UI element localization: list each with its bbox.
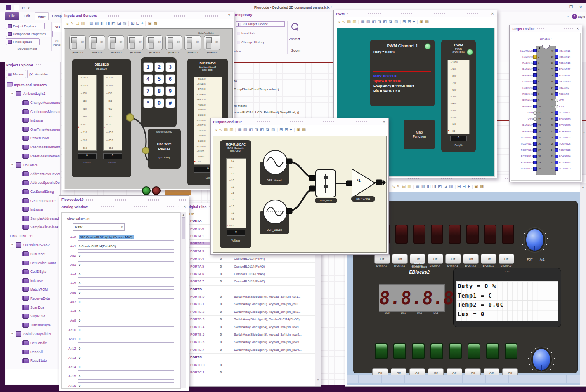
tool-icon[interactable]: ▤: [76, 21, 79, 26]
tree-item[interactable]: − OneWireDS2482: [5, 241, 60, 250]
tool-icon[interactable]: ◩: [438, 185, 442, 189]
porta-toggle-button[interactable]: Off: [445, 254, 461, 264]
keypad-key[interactable]: 5: [154, 74, 164, 84]
keypad-key[interactable]: 3: [165, 62, 175, 72]
keypad-key[interactable]: 1: [143, 62, 153, 72]
chip-pin-row[interactable]: RC3/AN19 18 23 RC4/AN24: [511, 153, 580, 160]
switch-handle[interactable]: [148, 37, 154, 43]
close-icon[interactable]: ×: [575, 26, 580, 31]
keypad-key[interactable]: 8: [154, 86, 164, 96]
project-explorer-button[interactable]: Project Explorer: [6, 23, 45, 29]
tool-icon[interactable]: ▤: [402, 185, 406, 189]
board-vscrollbar[interactable]: ▲: [580, 183, 586, 385]
tool-icon[interactable]: +: [413, 20, 415, 24]
tool-icon[interactable]: +: [290, 128, 292, 132]
tool-icon[interactable]: |: [294, 128, 295, 132]
close-button[interactable]: ×: [579, 5, 582, 9]
flowcode-window-titlebar[interactable]: Flowcodev10: [59, 196, 189, 203]
minimize-button[interactable]: –: [560, 5, 562, 9]
channel-value-field[interactable]: 0: [78, 280, 174, 287]
tool-icon[interactable]: ▩: [154, 21, 157, 26]
chip-pin-row[interactable]: RA1/AN1 3 38 RB5/AN13: [511, 60, 580, 66]
pwm-meter-block[interactable]: PWM PWM1 (PWM CH1) 100.090.080.070.060.0…: [441, 40, 476, 152]
tool-icon[interactable]: ⊟: [407, 20, 411, 24]
tool-icon[interactable]: ▨: [449, 185, 453, 189]
tool-icon[interactable]: ▣: [148, 21, 151, 26]
slide-switch[interactable]: Off: [89, 35, 105, 50]
ds18b20-block[interactable]: DS18B20 DS18B20 125.0105.085.065.045.025…: [72, 59, 131, 177]
slide-switch[interactable]: Off: [204, 35, 220, 50]
tool-icon[interactable]: ◧: [372, 20, 376, 24]
tool-icon[interactable]: ↖: [342, 20, 345, 24]
porta-toggle-button[interactable]: Off: [499, 254, 514, 264]
component-properties-button[interactable]: Component Properties: [6, 31, 53, 37]
chip-pin-row[interactable]: RA4/AN4 6 35 RB2/AN10: [511, 78, 580, 85]
pwm-window-titlebar[interactable]: PWM ×: [334, 10, 497, 17]
tool-icon[interactable]: ◪: [444, 185, 447, 189]
pin-row[interactable]: ◢ PORTB.4 0 SwitchArraySlide1(pin4), key…: [185, 323, 321, 331]
tool-icon[interactable]: ▧: [95, 21, 99, 26]
slide-switch[interactable]: Off: [108, 35, 124, 50]
channel-value-field[interactable]: 0: [78, 326, 174, 333]
tool-icon[interactable]: |: [413, 185, 414, 189]
switch-handle[interactable]: [91, 37, 97, 43]
close-icon[interactable]: ×: [182, 204, 187, 209]
dsp-canvas[interactable]: MCP47x6 DAC DAC_Output1 (I2C CH2) 5.04.5…: [213, 136, 387, 253]
pin-row[interactable]: ◢ PORTC.0 0: [185, 361, 321, 369]
pin-row[interactable]: ◢ PORTA.4 0 ComboBL0114(PinA4): [185, 255, 321, 263]
slide-switch[interactable]: Off: [184, 35, 201, 50]
tree-item[interactable]: − Initialise: [5, 205, 60, 214]
tree-item[interactable]: − ResetMeasurement: [5, 152, 60, 161]
switch-handle[interactable]: [110, 37, 116, 43]
channel-value-field[interactable]: 828 ComboBL0114(LightSensor ADC): [78, 234, 174, 241]
keypad-key[interactable]: 2: [154, 62, 164, 72]
tree-item[interactable]: − ScanBus: [5, 303, 60, 312]
tab-components[interactable]: Components: [52, 12, 62, 20]
close-icon[interactable]: ×: [382, 120, 386, 124]
tool-icon[interactable]: ◩: [111, 21, 115, 26]
variables-tool-button[interactable]: {x}Variables: [27, 70, 50, 78]
tool-icon[interactable]: ▧: [243, 128, 247, 132]
pin-row[interactable]: ◢ PORTB.3 0 SwitchArraySlide1(pin3), Com…: [185, 316, 321, 323]
tool-icon[interactable]: ▩: [302, 128, 306, 132]
tool-icon[interactable]: ▦: [361, 20, 364, 24]
tool-icon[interactable]: ▦: [89, 21, 93, 26]
pin-row[interactable]: ◢ PORTB.1 0 SwitchArraySlide1(pin1), key…: [185, 300, 321, 308]
analog-vscrollbar[interactable]: ▲: [180, 212, 186, 388]
tool-icon[interactable]: ↘: [392, 185, 395, 189]
tool-icon[interactable]: ⊞: [131, 21, 134, 26]
slide-switch[interactable]: Off: [69, 35, 86, 50]
tool-icon[interactable]: ⊞: [279, 128, 283, 132]
chip-pin-row[interactable]: RE0/AN5 8 33 RB0/AN8: [511, 91, 580, 97]
tree-item[interactable]: − TransmitByte: [5, 321, 60, 330]
chip-pin-row[interactable]: RC0/AN16 15 26 RC7/AN27: [511, 134, 580, 141]
tool-icon[interactable]: ◪: [117, 21, 121, 26]
tool-icon[interactable]: ⊟: [136, 21, 139, 26]
onewire-ds2482-block[interactable]: OneWireDS2482 One Wire DS2482 (I2C CH1): [148, 129, 181, 169]
tool-icon[interactable]: ▥: [229, 128, 233, 132]
macros-tool-button[interactable]: ▦Macros: [6, 70, 26, 78]
tool-icon[interactable]: ↖: [397, 185, 400, 189]
pin-row[interactable]: ◢ PORTB: [185, 286, 321, 293]
duty-value[interactable]: 0: [450, 136, 467, 141]
tool-icon[interactable]: ◨: [378, 20, 381, 24]
inputs-panel-canvas[interactable]: Off $PORTB.7 Off $PORTB.6: [64, 28, 233, 189]
tree-item[interactable]: − MatchROM: [5, 285, 60, 294]
porta-toggle-button[interactable]: Off: [463, 254, 479, 264]
channel-value-field[interactable]: 0: [78, 308, 174, 315]
tool-icon[interactable]: ▨: [394, 20, 398, 24]
map-function-block[interactable]: Map Function: [404, 120, 435, 149]
tool-icon[interactable]: ▦: [416, 185, 419, 189]
tree-item[interactable]: − GetHandle: [5, 338, 60, 347]
channel-value-field[interactable]: 0: [78, 271, 174, 278]
tool-icon[interactable]: ↘: [65, 21, 69, 26]
tool-icon[interactable]: ◩: [260, 128, 264, 132]
channel-value-field[interactable]: 0: [78, 289, 174, 296]
switch-handle[interactable]: [187, 37, 192, 43]
chip-pin-row[interactable]: RD0/AN20 19 22 RD3/AN23: [511, 160, 580, 166]
keypad-key[interactable]: 6: [165, 74, 175, 84]
channel-value-field[interactable]: 0: [78, 298, 174, 305]
tool-icon[interactable]: ↖: [219, 128, 222, 132]
close-icon[interactable]: ×: [490, 12, 495, 16]
tree-item[interactable]: − GetTemperature: [5, 196, 60, 205]
